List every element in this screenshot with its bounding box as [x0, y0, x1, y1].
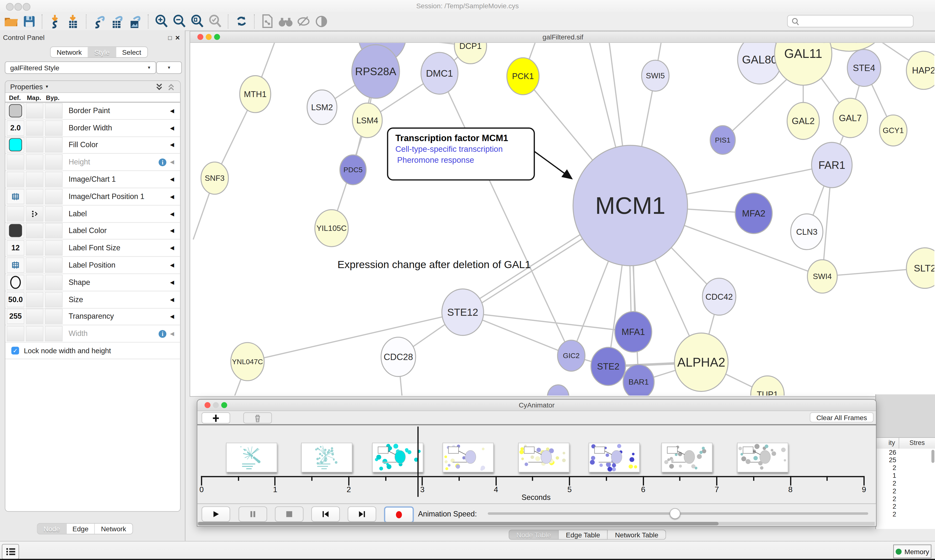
next-frame-button[interactable]: [348, 506, 376, 522]
expand-row-icon[interactable]: ◀: [170, 125, 174, 131]
mapping-cell[interactable]: [26, 137, 43, 153]
mapping-cell[interactable]: [26, 275, 43, 290]
default-value-cell[interactable]: 12: [6, 240, 24, 256]
expand-row-icon[interactable]: ◀: [170, 314, 174, 319]
mapping-cell[interactable]: [26, 103, 43, 118]
network-node-mfa1[interactable]: MFA1: [615, 312, 652, 352]
export-image-icon[interactable]: [128, 13, 143, 29]
bypass-cell[interactable]: [45, 171, 63, 187]
network-node-cdc42[interactable]: CDC42: [702, 278, 736, 315]
show-details-icon[interactable]: [313, 13, 329, 29]
tab-select[interactable]: Select: [116, 47, 147, 57]
memory-button[interactable]: Memory: [893, 545, 932, 558]
frame-thumbnail[interactable]: [372, 443, 423, 472]
bypass-cell[interactable]: [45, 206, 63, 222]
expand-row-icon[interactable]: ◀: [170, 297, 174, 302]
network-node-mth1[interactable]: MTH1: [239, 75, 270, 112]
mapping-cell[interactable]: [26, 223, 43, 238]
play-button[interactable]: [202, 506, 230, 522]
bypass-cell[interactable]: [45, 103, 63, 118]
network-window-titlebar[interactable]: galFiltered.sif: [190, 32, 935, 43]
mapping-cell[interactable]: [26, 292, 43, 307]
network-node-bar1[interactable]: BAR1: [623, 365, 654, 395]
frame-thumbnail[interactable]: [226, 443, 277, 472]
timeline-scrollbar[interactable]: [197, 522, 875, 525]
network-node-pis1[interactable]: PIS1: [710, 126, 735, 154]
color-swatch[interactable]: [9, 138, 22, 152]
zoom-in-icon[interactable]: [154, 13, 170, 29]
bypass-cell[interactable]: [45, 189, 63, 205]
clear-all-frames-button[interactable]: Clear All Frames: [810, 412, 874, 423]
frame-thumbnail[interactable]: [588, 443, 640, 472]
network-node-lsm2[interactable]: LSM2: [307, 90, 337, 125]
table-cell[interactable]: 2: [876, 487, 935, 495]
network-node-slt2[interactable]: SLT2: [906, 248, 934, 289]
network-node-gal2[interactable]: GAL2: [787, 102, 819, 139]
float-panel-icon[interactable]: □: [168, 35, 172, 41]
bypass-cell[interactable]: [45, 120, 63, 136]
mapping-cell[interactable]: [26, 309, 43, 325]
stop-button[interactable]: [275, 506, 304, 522]
tab-edge-style[interactable]: Edge: [66, 524, 95, 534]
tab-style[interactable]: Style: [88, 47, 116, 57]
timeline[interactable]: 0123456789 Seconds: [197, 426, 875, 503]
network-edge[interactable]: [247, 312, 463, 362]
network-node-mfa2[interactable]: MFA2: [735, 193, 772, 234]
network-graph[interactable]: DCP1RPS28ADMC1PCK1SWI5GAL80GAL11STE4HAP2…: [190, 43, 934, 395]
style-options-button[interactable]: ▾: [156, 61, 182, 74]
table-cell[interactable]: 2: [876, 495, 935, 503]
frame-thumbnail[interactable]: [737, 443, 788, 472]
table-cell[interactable]: 2: [876, 480, 935, 487]
network-node-rps28a[interactable]: RPS28A: [352, 45, 400, 98]
expand-all-icon[interactable]: [155, 83, 164, 91]
table-cell[interactable]: 25: [876, 456, 935, 464]
frame-thumbnail[interactable]: [661, 443, 713, 472]
refresh-icon[interactable]: [234, 13, 249, 29]
bypass-cell[interactable]: [45, 275, 63, 290]
expand-row-icon[interactable]: ◀: [170, 279, 174, 285]
capture-frame-button[interactable]: [202, 412, 230, 424]
default-value-cell[interactable]: [6, 154, 24, 170]
timeline-scrollbar-thumb[interactable]: [198, 522, 719, 525]
network-canvas[interactable]: DCP1RPS28ADMC1PCK1SWI5GAL80GAL11STE4HAP2…: [190, 43, 934, 395]
frame-thumbnail[interactable]: [301, 443, 353, 472]
default-value-cell[interactable]: [6, 275, 24, 290]
network-node-far1[interactable]: FAR1: [812, 142, 852, 188]
expand-row-icon[interactable]: ◀: [170, 211, 174, 217]
expand-row-icon[interactable]: ◀: [170, 176, 174, 182]
default-value-cell[interactable]: [6, 257, 24, 273]
tab-edge-table[interactable]: Edge Table: [559, 529, 608, 540]
network-node-ste12[interactable]: STE12: [442, 289, 484, 335]
table-cell[interactable]: 1: [876, 472, 935, 480]
expand-row-icon[interactable]: ◀: [170, 108, 174, 114]
mapping-cell[interactable]: [26, 326, 43, 342]
bypass-cell[interactable]: [45, 137, 63, 153]
table-cell[interactable]: 2: [876, 503, 935, 511]
table-cell[interactable]: 26: [876, 449, 935, 456]
network-node-tup1[interactable]: TUP1: [751, 376, 784, 395]
network-node-dcp1[interactable]: DCP1: [454, 43, 486, 64]
expand-row-icon[interactable]: ◀: [170, 262, 174, 268]
network-node-yil105c[interactable]: YIL105C: [315, 210, 348, 247]
network-node-dmc1[interactable]: DMC1: [421, 52, 458, 94]
mapping-cell[interactable]: [26, 189, 43, 205]
zoom-selected-icon[interactable]: [207, 13, 223, 29]
import-table-icon[interactable]: [65, 13, 81, 29]
search-input[interactable]: [787, 15, 913, 27]
import-network-icon[interactable]: [48, 13, 63, 29]
bypass-cell[interactable]: [45, 154, 63, 170]
expand-row-icon[interactable]: ◀: [170, 331, 174, 337]
export-table-icon[interactable]: [110, 13, 125, 29]
network-node-ynl047c[interactable]: YNL047C: [231, 343, 264, 381]
network-node-hap2[interactable]: HAP2: [906, 51, 934, 89]
zoom-out-icon[interactable]: [172, 13, 187, 29]
network-node-ste2[interactable]: STE2: [591, 348, 625, 386]
info-icon[interactable]: i: [159, 158, 167, 166]
frame-thumbnail[interactable]: [443, 443, 494, 472]
expand-row-icon[interactable]: ◀: [170, 228, 174, 234]
color-swatch[interactable]: [9, 224, 22, 237]
column-header[interactable]: ity: [876, 439, 895, 446]
network-node-n1[interactable]: [547, 385, 569, 395]
network-node-gic2[interactable]: GIC2: [558, 340, 585, 371]
default-value-cell[interactable]: [6, 189, 24, 205]
